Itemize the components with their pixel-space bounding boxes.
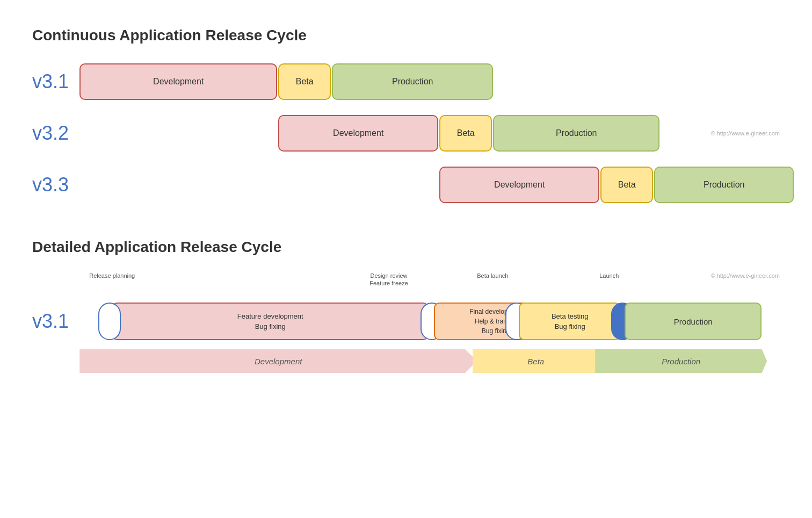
version-label-v33: v3.3 bbox=[32, 174, 79, 196]
version-label-v31: v3.1 bbox=[32, 70, 79, 93]
arrow-production: Production bbox=[595, 349, 767, 373]
top-section-title: Continuous Application Release Cycle bbox=[32, 27, 780, 44]
detail-area: Feature developmentBug fixing Final deve… bbox=[79, 300, 780, 343]
copyright-bottom: © http://www.e-gineer.com bbox=[711, 272, 780, 279]
milestone-labels-row: Release planning Design reviewFeature fr… bbox=[32, 272, 780, 298]
top-section: Continuous Application Release Cycle v3.… bbox=[32, 27, 780, 206]
bottom-section: Detailed Application Release Cycle Relea… bbox=[32, 239, 780, 373]
gantt-row-v31: v3.1 Development Beta Production bbox=[32, 60, 780, 103]
detail-row-v31: v3.1 Feature developmentBug fixing Final… bbox=[32, 300, 780, 343]
arrow-development: Development bbox=[79, 349, 477, 373]
gantt-chart: v3.1 Development Beta Production v3.2 De… bbox=[32, 60, 780, 206]
copyright-top: © http://www.e-gineer.com bbox=[711, 130, 780, 136]
box-dev-v31: Development bbox=[79, 63, 277, 100]
gantt-row-v33: v3.3 Development Beta Production bbox=[32, 163, 780, 206]
milestone-label-beta-launch: Beta launch bbox=[477, 272, 508, 279]
gantt-area-v31: Development Beta Production bbox=[79, 60, 780, 103]
arrows-row-container: Development Beta Production bbox=[32, 349, 780, 373]
box-prod-v31: Production bbox=[332, 63, 493, 100]
detailed-chart: Release planning Design reviewFeature fr… bbox=[32, 272, 780, 373]
version-label-detail-v31: v3.1 bbox=[32, 310, 79, 333]
box-beta-v33: Beta bbox=[600, 167, 653, 203]
arrow-beta: Beta bbox=[473, 349, 599, 373]
gantt-area-v33: Development Beta Production bbox=[79, 163, 780, 206]
detail-box-beta-testing: Beta testingBug fixing bbox=[519, 303, 621, 340]
box-prod-v33: Production bbox=[654, 167, 794, 203]
gantt-area-v32: Development Beta Production © http://www… bbox=[79, 112, 780, 155]
milestone-labels-area: Release planning Design reviewFeature fr… bbox=[79, 272, 780, 298]
box-dev-v32: Development bbox=[278, 115, 438, 152]
gantt-row-v32: v3.2 Development Beta Production © http:… bbox=[32, 112, 780, 155]
box-beta-v32: Beta bbox=[439, 115, 492, 152]
detail-box-production: Production bbox=[625, 303, 762, 340]
box-dev-v33: Development bbox=[439, 167, 599, 203]
box-beta-v31: Beta bbox=[278, 63, 331, 100]
milestone-label-launch: Launch bbox=[599, 272, 619, 279]
box-prod-v32: Production bbox=[493, 115, 659, 152]
bottom-section-title: Detailed Application Release Cycle bbox=[32, 239, 780, 256]
milestone-label-release: Release planning bbox=[89, 272, 135, 279]
main-container: Continuous Application Release Cycle v3.… bbox=[0, 0, 812, 400]
detail-box-feature-dev: Feature developmentBug fixing bbox=[112, 303, 429, 340]
version-label-v32: v3.2 bbox=[32, 122, 79, 145]
milestone-oval-1 bbox=[98, 303, 121, 340]
milestone-label-design: Design reviewFeature freeze bbox=[369, 272, 408, 287]
arrows-area: Development Beta Production bbox=[79, 349, 780, 373]
